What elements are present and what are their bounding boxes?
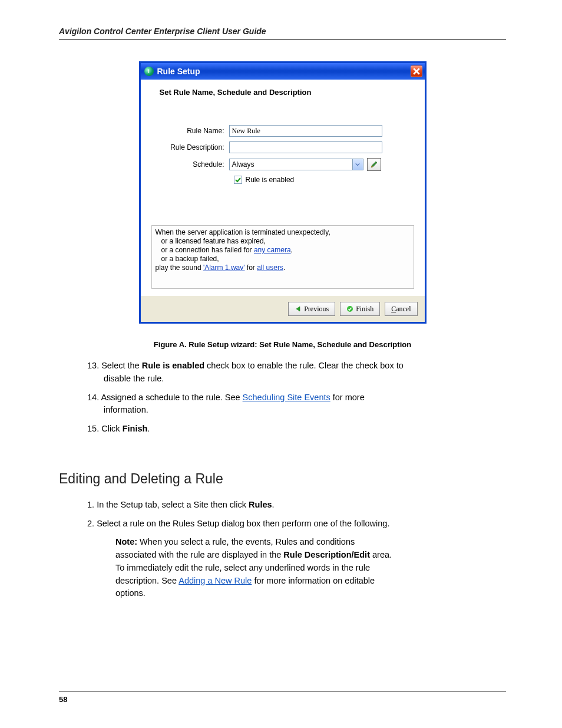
rule-enabled-label: Rule is enabled — [246, 176, 295, 184]
step2-note: Note: When you select a rule, the events… — [115, 536, 506, 600]
rule-name-input[interactable] — [229, 125, 382, 137]
any-camera-link[interactable]: any camera — [254, 246, 291, 254]
summary-line: play the sound 'Alarm 1.wav' for all use… — [156, 263, 410, 272]
step2-1: 1. In the Setup tab, select a Site then … — [87, 499, 506, 512]
edit-schedule-button[interactable] — [367, 158, 381, 171]
step2-2: 2. Select a rule on the Rules Setup dial… — [87, 518, 506, 531]
schedule-label: Schedule: — [151, 160, 229, 169]
rule-desc-input[interactable] — [229, 141, 382, 153]
chevron-down-icon — [352, 159, 363, 170]
rule-summary-box: When the server application is terminate… — [151, 225, 414, 289]
rule-enabled-checkbox[interactable] — [234, 176, 242, 184]
step-14: 14. Assigned a schedule to the rule. See… — [87, 391, 506, 417]
titlebar: i Rule Setup — [141, 63, 425, 80]
summary-line: When the server application is terminate… — [156, 228, 410, 237]
dialog-title: Rule Setup — [157, 67, 411, 76]
close-button[interactable] — [411, 65, 422, 77]
summary-line: or a licensed feature has expired, — [161, 237, 410, 246]
section-heading: Editing and Deleting a Rule — [59, 471, 506, 487]
cancel-button[interactable]: Cancel — [385, 302, 417, 316]
adding-rule-link[interactable]: Adding a New Rule — [178, 576, 252, 585]
dialog-heading: Set Rule Name, Schedule and Description — [160, 88, 414, 97]
info-icon: i — [144, 67, 154, 76]
scheduling-link[interactable]: Scheduling Site Events — [243, 393, 330, 402]
finish-button[interactable]: Finish — [340, 302, 380, 316]
all-users-link[interactable]: all users — [257, 263, 283, 272]
step-13: 13. Select the Rule is enabled check box… — [87, 360, 506, 386]
rule-setup-dialog: i Rule Setup Set Rule Name, Schedule and… — [139, 61, 427, 324]
schedule-select[interactable]: Always — [229, 159, 363, 170]
summary-line: or a connection has failed for any camer… — [161, 246, 410, 255]
rule-name-label: Rule Name: — [151, 127, 229, 135]
alarm-sound-link[interactable]: 'Alarm 1.wav' — [203, 263, 245, 272]
page-number: 58 — [59, 695, 67, 704]
rule-desc-label: Rule Description: — [151, 143, 229, 151]
page-header: Avigilon Control Center Enterprise Clien… — [59, 27, 506, 40]
schedule-value: Always — [232, 160, 254, 169]
step-15: 15. Click Finish. — [87, 423, 506, 436]
summary-line: or a backup failed, — [161, 255, 410, 263]
figure-caption: Figure A. Rule Setup wizard: Set Rule Na… — [59, 340, 506, 349]
page-footer: 58 — [59, 691, 506, 704]
previous-button[interactable]: Previous — [288, 302, 335, 316]
